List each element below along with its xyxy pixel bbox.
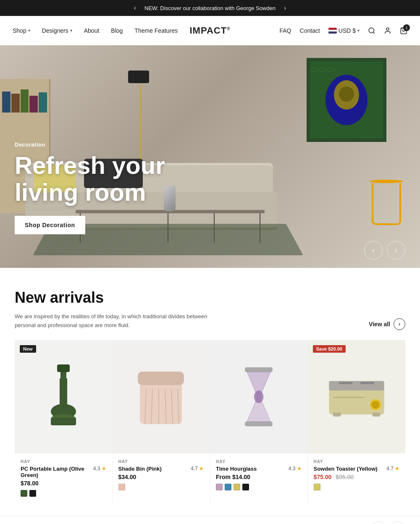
nav-contact-label: Contact (300, 27, 320, 34)
product-name-toaster: Sowden Toaster (Yellow) (314, 466, 378, 472)
product-card-hourglass[interactable]: HAY Time Hourglass 4.3 ★ From $14.00 (210, 340, 308, 503)
swatch-black[interactable] (29, 490, 36, 497)
view-all-arrow-circle: › (394, 318, 405, 330)
svg-rect-28 (333, 412, 341, 416)
svg-rect-29 (372, 412, 380, 416)
currency-chevron: ▾ (357, 28, 360, 33)
product-name-row-lamp: PC Portable Lamp (Olive Green) 4.3 ★ (21, 466, 106, 478)
star-icon: ★ (297, 466, 302, 472)
product-name-hourglass: Time Hourglass (216, 466, 257, 472)
svg-point-0 (369, 28, 374, 33)
hero-nav-arrows: ‹ › (364, 241, 405, 259)
product-badge-save: Save $20.00 (313, 345, 346, 353)
swatch-blue[interactable] (225, 484, 231, 490)
pagination-arrows: ‹ › (371, 521, 405, 524)
site-logo[interactable]: IMPACT® (189, 25, 230, 36)
nav-currency[interactable]: USD $ ▾ (328, 27, 360, 34)
nav-contact[interactable]: Contact (300, 27, 320, 34)
product-rating-bin: 4.7 ★ (191, 466, 204, 472)
new-arrivals-section: New arrivals We are inspired by the real… (0, 268, 420, 516)
search-button[interactable] (368, 27, 375, 34)
product-price-toaster: $75.00 $95.00 (314, 474, 400, 480)
pagination-prev-button[interactable]: ‹ (371, 521, 386, 524)
svg-point-6 (339, 86, 354, 102)
nav-shop-label: Shop (13, 27, 26, 34)
swatch-pink[interactable] (118, 484, 125, 490)
toaster-svg (325, 372, 388, 422)
cart-button[interactable]: 1 (400, 27, 407, 34)
cart-count: 1 (403, 24, 410, 31)
product-info-toaster: HAY Sowden Toaster (Yellow) 4.7 ★ $75.00… (308, 453, 406, 497)
hero-section: Decoration Refresh your living room Shop… (0, 45, 420, 268)
header-nav-left: Shop ▾ Designers ▾ About Blog Theme Feat… (13, 27, 178, 34)
announcement-next-arrow[interactable]: › (284, 4, 286, 12)
product-image-lamp: New (15, 340, 112, 453)
hero-title: Refresh your living room (15, 152, 191, 206)
product-image-bin (113, 340, 210, 453)
product-card-bin[interactable]: HAY Shade Bin (Pink) 4.7 ★ $34.00 (113, 340, 210, 503)
account-button[interactable] (384, 27, 391, 34)
flag-icon (328, 28, 337, 34)
nav-designers-chevron: ▾ (70, 28, 72, 33)
svg-rect-27 (360, 382, 374, 384)
svg-rect-26 (339, 382, 353, 384)
side-table-top (370, 180, 403, 183)
announcement-prev-arrow[interactable]: ‹ (134, 4, 136, 12)
announcement-text: NEW: Discover our collaboration with Geo… (144, 5, 276, 11)
section-header: New arrivals We are inspired by the real… (15, 289, 405, 330)
artwork-inner (310, 61, 383, 139)
hero-prev-button[interactable]: ‹ (364, 241, 383, 259)
product-card-toaster[interactable]: Save $20.00 (308, 340, 406, 503)
nav-designers-label: Designers (42, 27, 68, 34)
star-icon: ★ (102, 466, 106, 472)
svg-rect-8 (57, 364, 70, 372)
product-name-row-toaster: Sowden Toaster (Yellow) 4.7 ★ (314, 466, 400, 472)
color-swatches-toaster (314, 484, 400, 490)
nav-shop[interactable]: Shop ▾ (13, 27, 30, 34)
nav-designers[interactable]: Designers ▾ (42, 27, 72, 34)
products-grid: New HAY PC Portable Lamp (Olive Green) 4… (15, 340, 405, 503)
nav-blog[interactable]: Blog (111, 27, 123, 34)
product-info-hourglass: HAY Time Hourglass 4.3 ★ From $14.00 (210, 453, 307, 497)
svg-rect-12 (51, 418, 76, 425)
nav-theme-features[interactable]: Theme Features (134, 27, 178, 34)
new-arrivals-description: We are inspired by the realities of life… (15, 312, 216, 330)
original-price: $95.00 (336, 474, 354, 480)
swatch-purple[interactable] (216, 484, 223, 490)
header-nav-right: FAQ Contact USD $ ▾ 1 (280, 27, 408, 34)
nav-faq[interactable]: FAQ (280, 27, 291, 34)
product-image-toaster: Save $20.00 (308, 340, 406, 453)
nav-about[interactable]: About (84, 27, 100, 34)
view-all-link[interactable]: View all › (369, 318, 405, 330)
color-swatches-hourglass (216, 484, 302, 490)
hero-cta-button[interactable]: Shop Decoration (15, 216, 85, 234)
lamp-head (128, 71, 149, 83)
swatch-olive[interactable] (21, 490, 27, 497)
lamp-svg (45, 361, 82, 432)
product-name-row-bin: Shade Bin (Pink) 4.7 ★ (118, 466, 204, 472)
pagination-row: ‹ › (0, 516, 420, 524)
product-brand-lamp: HAY (21, 459, 106, 464)
new-arrivals-title: New arrivals (15, 289, 216, 307)
color-swatches-bin (118, 484, 204, 490)
swatch-yellow[interactable] (234, 484, 240, 490)
swatch-black[interactable] (242, 484, 249, 490)
sale-price: $75.00 (314, 474, 332, 480)
product-rating-lamp: 4.3 ★ (93, 466, 106, 472)
product-price-bin: $34.00 (118, 474, 204, 480)
product-name-bin: Shade Bin (Pink) (118, 466, 162, 472)
star-icon: ★ (199, 466, 204, 472)
pagination-next-button[interactable]: › (390, 521, 405, 524)
nav-theme-features-label: Theme Features (134, 27, 178, 34)
product-card-lamp[interactable]: New HAY PC Portable Lamp (Olive Green) 4… (15, 340, 113, 503)
swatch-yellow[interactable] (314, 484, 320, 490)
hero-next-button[interactable]: › (387, 241, 405, 259)
svg-point-1 (386, 28, 389, 30)
product-rating-hourglass: 4.3 ★ (289, 466, 302, 472)
hero-content: Decoration Refresh your living room Shop… (15, 141, 191, 234)
nav-blog-label: Blog (111, 27, 123, 34)
product-rating-toaster: 4.7 ★ (386, 466, 399, 472)
logo-sup: ® (227, 26, 230, 31)
bin-svg (138, 365, 184, 428)
hero-subtitle: Decoration (15, 141, 191, 148)
